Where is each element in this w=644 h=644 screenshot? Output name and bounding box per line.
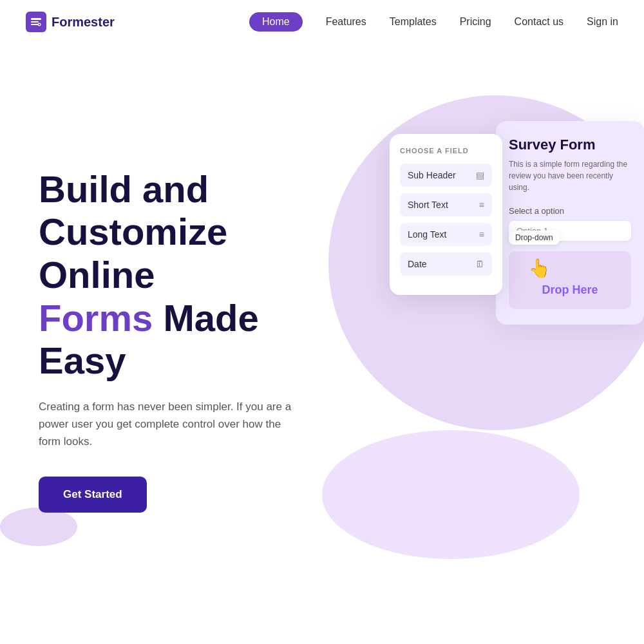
nav-home[interactable]: Home — [249, 12, 303, 32]
hero-subtitle: Creating a form has never been simpler. … — [39, 398, 296, 451]
survey-title: Survey Form — [509, 137, 631, 153]
dropdown-badge: Drop-down — [509, 231, 560, 245]
logo-icon — [26, 12, 46, 32]
hero-section: Build and Customize Online Forms Made Ea… — [0, 44, 644, 598]
field-shorttext-icon: ≡ — [479, 200, 484, 210]
hero-title-highlight: Forms — [39, 297, 153, 339]
nav-links: Home Features Templates Pricing Contact … — [249, 12, 618, 32]
get-started-button[interactable]: Get Started — [39, 477, 147, 513]
field-date-icon: 🗓 — [475, 259, 484, 269]
survey-panel: Survey Form This is a simple form regard… — [496, 121, 644, 325]
field-longtext-icon: ≡ — [479, 229, 484, 240]
field-longtext-label: Long Text — [408, 229, 446, 240]
field-shorttext-label: Short Text — [408, 200, 448, 210]
hero-left: Build and Customize Online Forms Made Ea… — [39, 168, 335, 513]
svg-point-4 — [39, 24, 40, 25]
nav-features[interactable]: Features — [326, 16, 366, 28]
hero-illustration: CHOOSE A FIELD Sub Header ▤ Short Text ≡… — [390, 121, 644, 325]
field-date-label: Date — [408, 259, 427, 269]
drop-here-text: Drop Here — [542, 283, 598, 297]
field-subheader-icon: ▤ — [476, 170, 484, 180]
nav-contact[interactable]: Contact us — [515, 16, 564, 28]
svg-rect-1 — [31, 21, 39, 23]
field-subheader-label: Sub Header — [408, 170, 456, 180]
nav-signin[interactable]: Sign in — [587, 16, 618, 28]
survey-description: This is a simple form regarding the revi… — [509, 158, 631, 193]
navbar: Formester Home Features Templates Pricin… — [0, 0, 644, 44]
field-item-shorttext[interactable]: Short Text ≡ — [400, 193, 492, 216]
field-item-subheader[interactable]: Sub Header ▤ — [400, 164, 492, 187]
nav-templates[interactable]: Templates — [390, 16, 437, 28]
field-chooser-title: CHOOSE A FIELD — [400, 147, 492, 155]
logo-text: Formester — [52, 15, 115, 30]
hero-title-line1: Build and — [39, 168, 209, 210]
hero-title: Build and Customize Online Forms Made Ea… — [39, 168, 335, 383]
svg-rect-0 — [31, 18, 41, 20]
field-chooser-panel: CHOOSE A FIELD Sub Header ▤ Short Text ≡… — [390, 134, 502, 295]
cursor-icon: 👆 — [528, 258, 551, 279]
drop-here-area[interactable]: Drop-down 👆 Drop Here — [509, 251, 631, 309]
bg-blob-bottom — [322, 430, 580, 559]
nav-pricing[interactable]: Pricing — [460, 16, 491, 28]
logo[interactable]: Formester — [26, 12, 115, 32]
hero-title-line2: Customize Online — [39, 211, 227, 296]
field-item-longtext[interactable]: Long Text ≡ — [400, 223, 492, 246]
bg-blob-left — [0, 507, 77, 546]
survey-select-label: Select a option — [509, 206, 631, 216]
field-item-date[interactable]: Date 🗓 — [400, 252, 492, 276]
